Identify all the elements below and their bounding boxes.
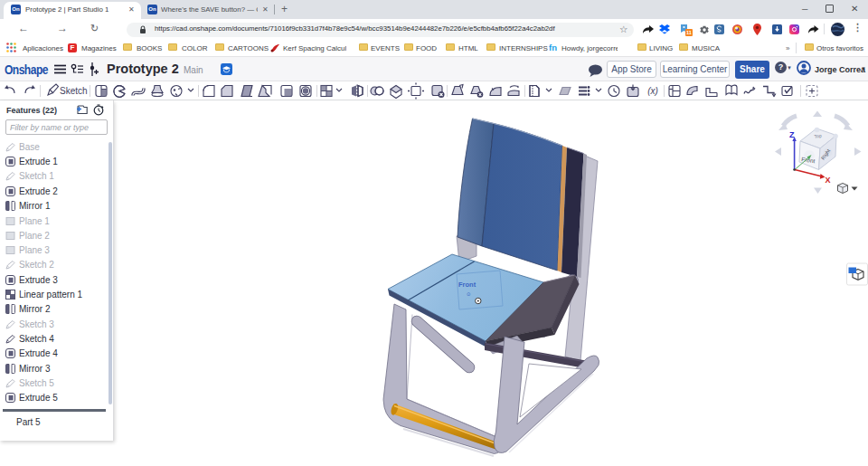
- svg-text:Z: Z: [789, 130, 795, 139]
- svg-text:⊙: ⊙: [467, 291, 471, 297]
- svg-text:Front: Front: [458, 281, 476, 289]
- svg-text:X: X: [826, 176, 831, 185]
